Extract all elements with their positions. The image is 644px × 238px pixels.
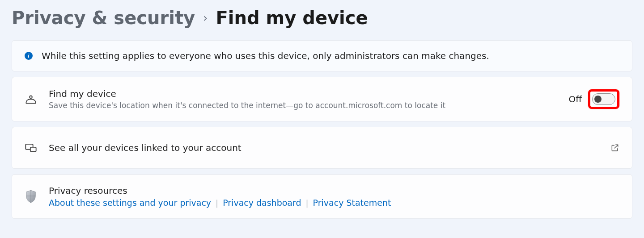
divider: | [306,198,309,208]
link-privacy-dashboard[interactable]: Privacy dashboard [223,198,301,208]
privacy-resources-row: Privacy resources About these settings a… [12,174,632,219]
info-banner: i While this setting applies to everyone… [12,40,632,71]
link-privacy-statement[interactable]: Privacy Statement [313,198,391,208]
divider: | [216,198,218,208]
svg-rect-2 [30,147,36,151]
breadcrumb: Privacy & security › Find my device [12,9,632,27]
chevron-right-icon: › [203,11,208,25]
location-map-icon [25,93,37,105]
resources-body: Privacy resources About these settings a… [49,185,391,208]
setting-body: Find my device Save this device's locati… [49,88,557,110]
info-icon: i [25,52,33,60]
resources-title: Privacy resources [49,185,391,196]
see-all-devices-link[interactable]: See all your devices linked to your acco… [12,127,632,169]
devices-icon [25,142,37,154]
shield-icon [25,189,37,204]
resources-links: About these settings and your privacy | … [49,198,391,208]
toggle-knob [594,96,602,103]
toggle-state-label: Off [568,94,582,104]
setting-title: Find my device [49,88,557,99]
toggle-group: Off [568,89,619,109]
page-title: Find my device [216,9,368,27]
find-my-device-row: Find my device Save this device's locati… [12,77,632,121]
toggle-highlight-box [588,89,619,109]
breadcrumb-parent[interactable]: Privacy & security [12,9,195,27]
setting-description: Save this device's location when it's co… [49,101,557,110]
find-my-device-toggle[interactable] [592,93,615,105]
see-all-devices-label: See all your devices linked to your acco… [49,142,599,153]
open-external-icon [610,143,619,152]
info-banner-text: While this setting applies to everyone w… [42,50,489,61]
link-about-settings[interactable]: About these settings and your privacy [49,198,211,208]
